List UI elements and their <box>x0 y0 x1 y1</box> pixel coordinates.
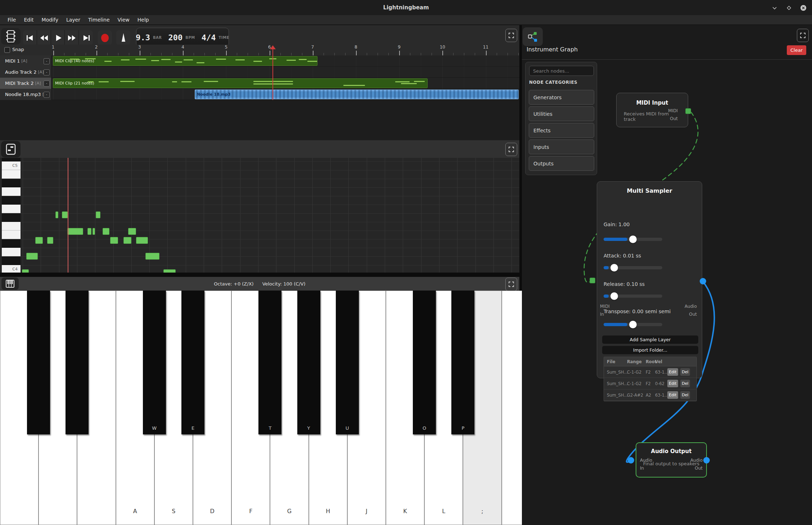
black-key-y[interactable]: Y <box>297 291 320 434</box>
maximize-icon[interactable] <box>785 4 793 12</box>
sampler-audio-out-port[interactable] <box>700 278 706 284</box>
category-inputs[interactable]: Inputs <box>529 140 594 154</box>
midi-note[interactable] <box>103 228 109 235</box>
category-generators[interactable]: Generators <box>529 90 594 105</box>
keyboard-expand-icon[interactable] <box>505 278 517 291</box>
track-header-audio-track-2[interactable]: Audio Track 2[A]- <box>0 67 51 78</box>
track-row[interactable]: MIDI Clip (21 notes)MIDI Track 2[A]- <box>0 78 519 89</box>
piano-roll-black-key[interactable] <box>2 239 21 248</box>
search-input[interactable] <box>529 66 594 76</box>
gain-slider[interactable] <box>604 238 662 241</box>
release-slider[interactable] <box>604 295 662 298</box>
piano-roll-white-key[interactable] <box>2 205 21 213</box>
timeline-ruler[interactable]: Snap 1234567891011 <box>0 45 519 55</box>
midi-note[interactable] <box>145 253 159 260</box>
output-audio-in-port[interactable] <box>628 457 634 464</box>
midi-note[interactable] <box>136 237 148 244</box>
output-audio-out-port[interactable] <box>703 457 710 464</box>
midi-note[interactable] <box>22 269 29 273</box>
skip-start-button[interactable] <box>23 30 37 45</box>
midi-note[interactable] <box>128 228 136 235</box>
del-button[interactable]: Del <box>680 368 690 376</box>
metronome-button[interactable] <box>116 30 130 45</box>
black-key-t[interactable]: T <box>258 291 281 434</box>
transpose-knob[interactable] <box>629 321 637 328</box>
minimize-icon[interactable] <box>770 4 779 12</box>
clip-midi[interactable]: MIDI Clip (21 notes) <box>53 78 428 88</box>
piano-roll-white-key[interactable] <box>2 230 21 239</box>
track-row[interactable]: Noodle 18.mp3Noodle 18.mp3[A]- <box>0 89 519 100</box>
midi-note[interactable] <box>93 228 95 235</box>
piano-roll-white-key[interactable]: C5 <box>2 161 21 170</box>
midi-out-port[interactable] <box>685 108 691 114</box>
clip-audio[interactable]: Noodle 18.mp3 <box>195 90 519 99</box>
piano-roll-white-key[interactable] <box>2 170 21 179</box>
midi-note[interactable] <box>47 237 53 244</box>
menu-item-help[interactable]: Help <box>134 15 153 25</box>
track-header-midi-1[interactable]: MIDI 1[A]- <box>0 55 51 67</box>
piano-roll-white-key[interactable] <box>2 222 21 230</box>
menu-item-timeline[interactable]: Timeline <box>84 15 114 25</box>
category-effects[interactable]: Effects <box>529 123 594 138</box>
film-timeline-icon[interactable] <box>1 28 21 45</box>
piano-roll-black-key[interactable] <box>2 196 21 205</box>
node-multi-sampler[interactable]: Multi Sampler Gain: 1.00 Attack: 0.01 ss… <box>597 181 702 378</box>
fast-forward-button[interactable] <box>65 30 79 45</box>
menu-item-view[interactable]: View <box>114 15 134 25</box>
black-key[interactable] <box>66 291 89 434</box>
release-knob[interactable] <box>610 292 618 300</box>
midi-note[interactable] <box>87 228 91 235</box>
black-key-e[interactable]: E <box>181 291 204 434</box>
midi-note[interactable] <box>123 237 131 244</box>
attack-slider[interactable] <box>604 266 662 269</box>
piano-roll-black-key[interactable] <box>2 158 21 161</box>
category-utilities[interactable]: Utilities <box>529 106 594 121</box>
black-key-o[interactable]: O <box>413 291 436 434</box>
del-button[interactable]: Del <box>680 391 690 399</box>
midi-note[interactable] <box>62 211 68 218</box>
edit-button[interactable]: Edit <box>667 391 678 399</box>
node-audio-output[interactable]: Audio Output Final output to speakers Au… <box>636 442 707 478</box>
black-key[interactable] <box>27 291 50 434</box>
add-sample-layer-button[interactable]: Add Sample Layer <box>602 335 698 344</box>
graph-expand-icon[interactable] <box>797 29 809 42</box>
piano-roll-playhead[interactable] <box>68 158 68 273</box>
skip-end-button[interactable] <box>79 30 93 45</box>
piano-roll-expand-icon[interactable] <box>505 143 517 156</box>
midi-note[interactable] <box>110 237 118 244</box>
snap-checkbox[interactable] <box>4 47 10 53</box>
clip-midi[interactable]: MIDI Clip (40 notes) <box>53 56 317 66</box>
sampler-midi-in-port[interactable] <box>590 278 595 283</box>
black-key-p[interactable]: P <box>451 291 474 434</box>
menu-item-modify[interactable]: Modify <box>38 15 62 25</box>
del-button[interactable]: Del <box>680 380 690 387</box>
edit-button[interactable]: Edit <box>667 380 678 387</box>
black-key-w[interactable]: W <box>143 291 166 434</box>
piano-roll-black-key[interactable] <box>2 256 21 265</box>
menu-item-layer[interactable]: Layer <box>62 15 84 25</box>
track-header-midi-track-2[interactable]: MIDI Track 2[A]- <box>0 78 51 89</box>
bpm-value[interactable]: 200 <box>168 33 183 42</box>
gain-knob[interactable] <box>629 236 637 243</box>
node-midi-input[interactable]: MIDI Input Receives MIDI from track MIDI… <box>616 93 688 127</box>
play-button[interactable] <box>51 30 65 45</box>
attack-knob[interactable] <box>610 264 618 271</box>
piano-roll-white-key[interactable] <box>2 187 21 196</box>
track-collapse-button[interactable]: - <box>44 81 50 87</box>
timesig-value[interactable]: 4/4 <box>202 33 216 42</box>
node-graph-icon[interactable] <box>523 27 543 46</box>
transpose-slider[interactable] <box>604 323 662 326</box>
track-collapse-button[interactable]: - <box>44 69 50 76</box>
close-icon[interactable] <box>799 4 808 12</box>
piano-roll-black-key[interactable] <box>2 179 21 187</box>
midi-note[interactable] <box>55 211 58 218</box>
clear-button[interactable]: Clear <box>787 45 806 55</box>
track-collapse-button[interactable]: - <box>44 92 50 98</box>
import-folder-button[interactable]: Import Folder... <box>602 346 698 354</box>
bar-value[interactable]: 9.3 <box>136 33 150 42</box>
piano-roll-white-key[interactable] <box>2 248 21 256</box>
track-collapse-button[interactable]: - <box>44 58 50 64</box>
track-header-noodle-18-mp3[interactable]: Noodle 18.mp3[A]- <box>0 89 51 100</box>
record-button[interactable] <box>98 30 112 45</box>
keyboard-icon[interactable] <box>1 278 19 290</box>
